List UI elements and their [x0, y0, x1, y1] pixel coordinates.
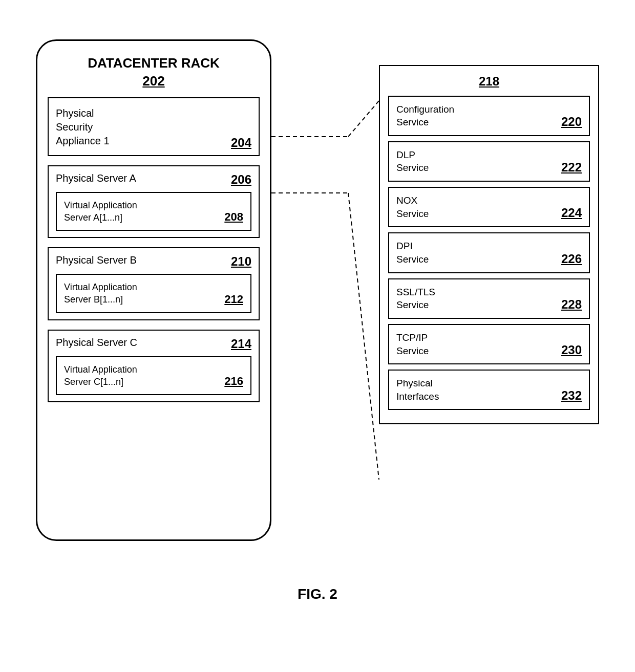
fig-caption: FIG. 2 [298, 586, 337, 602]
server-box-c: Physical Server C 214 Virtual Applicatio… [48, 330, 260, 403]
virtual-b-text: Virtual ApplicationServer B[1...n] [64, 281, 137, 306]
service-dpi-text: DPIService [396, 240, 429, 266]
service-box-dlp: DLPService 222 [388, 141, 590, 182]
service-box-config: ConfigurationService 220 [388, 96, 590, 136]
rack-number: 202 [48, 73, 260, 89]
service-config-text: ConfigurationService [396, 103, 454, 129]
virtual-a-number: 208 [224, 210, 243, 224]
server-b-header: Physical Server B 210 [56, 254, 251, 269]
service-ssl-number: 228 [561, 297, 582, 312]
svg-line-1 [348, 101, 379, 137]
server-a-title: Physical Server A [56, 172, 136, 184]
expanded-number: 218 [388, 74, 590, 89]
server-box-b: Physical Server B 210 Virtual Applicatio… [48, 247, 260, 320]
service-config-number: 220 [561, 115, 582, 129]
server-b-title: Physical Server B [56, 254, 137, 266]
service-box-dpi: DPIService 226 [388, 232, 590, 273]
virtual-a-text: Virtual ApplicationServer A[1...n] [64, 199, 137, 224]
server-c-number: 214 [231, 337, 251, 351]
appliance-number: 204 [231, 136, 251, 150]
service-dpi-number: 226 [561, 252, 582, 266]
service-nox-number: 224 [561, 206, 582, 220]
service-physical-text: PhysicalInterfaces [396, 377, 439, 403]
virtual-box-b: Virtual ApplicationServer B[1...n] 212 [56, 274, 251, 313]
virtual-c-text: Virtual ApplicationServer C[1...n] [64, 363, 137, 388]
service-tcp-number: 230 [561, 343, 582, 357]
expanded-box: 218 ConfigurationService 220 DLPService … [379, 65, 599, 425]
service-ssl-text: SSL/TLSService [396, 286, 435, 312]
service-physical-number: 232 [561, 388, 582, 403]
appliance-box: PhysicalSecurityAppliance 1 204 [48, 97, 260, 156]
appliance-text: PhysicalSecurityAppliance 1 [56, 106, 251, 148]
service-tcp-text: TCP/IPService [396, 331, 429, 357]
server-box-a: Physical Server A 206 Virtual Applicatio… [48, 165, 260, 239]
virtual-b-number: 212 [224, 293, 243, 306]
service-box-nox: NOXService 224 [388, 187, 590, 227]
service-dlp-text: DLPService [396, 148, 429, 175]
server-a-header: Physical Server A 206 [56, 172, 251, 187]
service-box-ssl: SSL/TLSService 228 [388, 278, 590, 319]
server-c-header: Physical Server C 214 [56, 337, 251, 351]
server-c-title: Physical Server C [56, 337, 137, 349]
virtual-box-a: Virtual ApplicationServer A[1...n] 208 [56, 192, 251, 231]
service-box-physical: PhysicalInterfaces 232 [388, 370, 590, 410]
service-dlp-number: 222 [561, 160, 582, 175]
virtual-c-number: 216 [224, 375, 243, 388]
service-box-tcp: TCP/IPService 230 [388, 324, 590, 364]
datacenter-rack: DATACENTER RACK 202 PhysicalSecurityAppl… [36, 39, 271, 541]
main-area: DATACENTER RACK 202 PhysicalSecurityAppl… [36, 34, 599, 572]
server-a-number: 206 [231, 172, 251, 187]
service-nox-text: NOXService [396, 194, 429, 220]
diagram-container: DATACENTER RACK 202 PhysicalSecurityAppl… [36, 34, 599, 638]
virtual-box-c: Virtual ApplicationServer C[1...n] 216 [56, 356, 251, 396]
server-b-number: 210 [231, 254, 251, 269]
rack-title: DATACENTER RACK [48, 55, 260, 71]
svg-line-3 [348, 193, 379, 480]
